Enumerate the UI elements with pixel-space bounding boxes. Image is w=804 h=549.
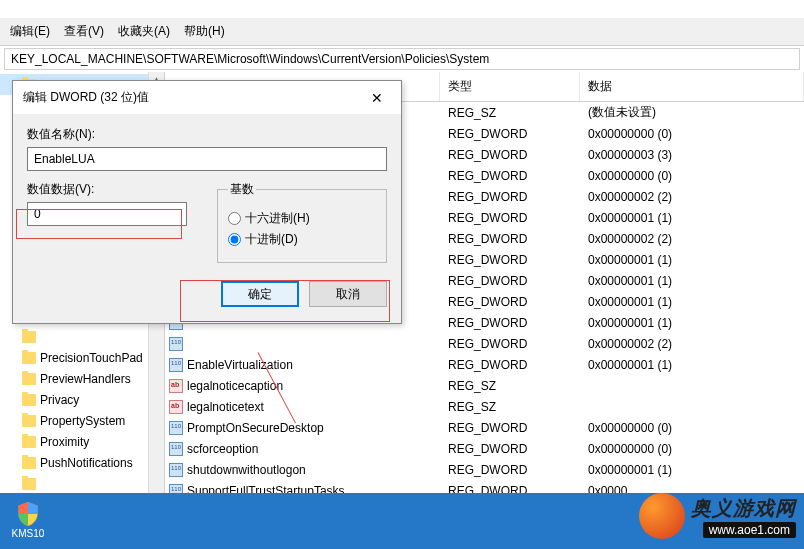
ok-button[interactable]: 确定: [221, 281, 299, 307]
value-name: PromptOnSecureDesktop: [187, 421, 324, 435]
value-name: legalnoticetext: [187, 400, 264, 414]
col-header-data[interactable]: 数据: [580, 72, 804, 101]
tree-item[interactable]: [0, 473, 164, 494]
value-data: 0x00000000 (0): [580, 127, 804, 141]
dword-value-icon: [169, 337, 183, 351]
watermark: 奥义游戏网 www.aoe1.com: [639, 493, 796, 539]
folder-icon: [22, 331, 36, 343]
title-bar: [0, 0, 804, 18]
value-data: 0x00000002 (2): [580, 190, 804, 204]
value-data: 0x00000001 (1): [580, 316, 804, 330]
value-data: 0x00000001 (1): [580, 274, 804, 288]
cancel-button[interactable]: 取消: [309, 281, 387, 307]
close-icon[interactable]: ✕: [363, 90, 391, 106]
value-type: REG_DWORD: [440, 358, 580, 372]
list-row[interactable]: legalnoticetextREG_SZ: [165, 396, 804, 417]
value-data: 0x00000002 (2): [580, 232, 804, 246]
dword-value-icon: [169, 358, 183, 372]
radix-group: 基数 十六进制(H) 十进制(D): [217, 181, 387, 263]
registry-path: KEY_LOCAL_MACHINE\SOFTWARE\Microsoft\Win…: [11, 52, 489, 66]
menu-bar: 编辑(E) 查看(V) 收藏夹(A) 帮助(H): [0, 18, 804, 46]
value-data: 0x00000001 (1): [580, 295, 804, 309]
value-data: 0x00000001 (1): [580, 463, 804, 477]
value-data-label: 数值数据(V):: [27, 181, 187, 198]
value-data: 0x00000000 (0): [580, 442, 804, 456]
watermark-title: 奥义游戏网: [691, 495, 796, 522]
dword-value-icon: [169, 421, 183, 435]
menu-help[interactable]: 帮助(H): [178, 21, 231, 42]
value-data-input[interactable]: [27, 202, 187, 226]
folder-icon: [22, 436, 36, 448]
folder-icon: [22, 415, 36, 427]
tree-item[interactable]: PropertySystem: [0, 410, 164, 431]
value-type: REG_DWORD: [440, 148, 580, 162]
value-type: REG_DWORD: [440, 337, 580, 351]
list-row[interactable]: EnableVirtualizationREG_DWORD0x00000001 …: [165, 354, 804, 375]
tree-item[interactable]: [0, 326, 164, 347]
tree-item[interactable]: PushNotifications: [0, 452, 164, 473]
value-type: REG_SZ: [440, 400, 580, 414]
value-name: legalnoticecaption: [187, 379, 283, 393]
value-type: REG_DWORD: [440, 127, 580, 141]
value-type: REG_DWORD: [440, 190, 580, 204]
tree-item-label: Proximity: [40, 435, 89, 449]
dialog-titlebar[interactable]: 编辑 DWORD (32 位)值 ✕: [13, 81, 401, 114]
value-name: scforceoption: [187, 442, 258, 456]
tree-item-label: PreviewHandlers: [40, 372, 131, 386]
list-row[interactable]: scforceoptionREG_DWORD0x00000000 (0): [165, 438, 804, 459]
menu-edit[interactable]: 编辑(E): [4, 21, 56, 42]
value-type: REG_DWORD: [440, 169, 580, 183]
folder-icon: [22, 457, 36, 469]
list-row[interactable]: legalnoticecaptionREG_SZ: [165, 375, 804, 396]
list-row[interactable]: REG_DWORD0x00000002 (2): [165, 333, 804, 354]
value-data: 0x00000000 (0): [580, 169, 804, 183]
radix-legend: 基数: [228, 181, 256, 198]
value-type: REG_DWORD: [440, 253, 580, 267]
taskbar-app[interactable]: KMS10: [6, 497, 50, 541]
list-row[interactable]: PromptOnSecureDesktopREG_DWORD0x00000000…: [165, 417, 804, 438]
folder-icon: [22, 352, 36, 364]
menu-view[interactable]: 查看(V): [58, 21, 110, 42]
value-type: REG_DWORD: [440, 463, 580, 477]
value-type: REG_DWORD: [440, 442, 580, 456]
tree-item[interactable]: PrecisionTouchPad: [0, 347, 164, 368]
taskbar-app-label: KMS10: [12, 528, 45, 539]
value-name: shutdownwithoutlogon: [187, 463, 306, 477]
value-type: REG_DWORD: [440, 421, 580, 435]
radix-dec-label: 十进制(D): [245, 231, 298, 248]
tree-item[interactable]: PreviewHandlers: [0, 368, 164, 389]
value-name: EnableVirtualization: [187, 358, 293, 372]
value-data: 0x00000001 (1): [580, 211, 804, 225]
dword-value-icon: [169, 442, 183, 456]
tree-item-label: Privacy: [40, 393, 79, 407]
tree-item[interactable]: Privacy: [0, 389, 164, 410]
folder-icon: [22, 373, 36, 385]
col-header-type[interactable]: 类型: [440, 72, 580, 101]
value-name-label: 数值名称(N):: [27, 126, 387, 143]
value-data: 0x00000003 (3): [580, 148, 804, 162]
tree-item-label: PrecisionTouchPad: [40, 351, 143, 365]
address-bar[interactable]: KEY_LOCAL_MACHINE\SOFTWARE\Microsoft\Win…: [4, 48, 800, 70]
shield-icon: [14, 500, 42, 528]
folder-icon: [22, 394, 36, 406]
value-type: REG_DWORD: [440, 316, 580, 330]
edit-dword-dialog: 编辑 DWORD (32 位)值 ✕ 数值名称(N): 数值数据(V): 基数 …: [12, 80, 402, 324]
value-data: (数值未设置): [580, 104, 804, 121]
value-type: REG_DWORD: [440, 295, 580, 309]
value-data: 0x00000001 (1): [580, 358, 804, 372]
dialog-title: 编辑 DWORD (32 位)值: [23, 89, 149, 106]
value-data: 0x00000001 (1): [580, 253, 804, 267]
list-row[interactable]: shutdownwithoutlogonREG_DWORD0x00000001 …: [165, 459, 804, 480]
value-name-input[interactable]: [27, 147, 387, 171]
radix-dec-radio[interactable]: [228, 233, 241, 246]
tree-item-label: PushNotifications: [40, 456, 133, 470]
string-value-icon: [169, 400, 183, 414]
value-type: REG_DWORD: [440, 274, 580, 288]
tree-item[interactable]: Proximity: [0, 431, 164, 452]
menu-favorites[interactable]: 收藏夹(A): [112, 21, 176, 42]
radix-hex-radio[interactable]: [228, 212, 241, 225]
value-type: REG_SZ: [440, 106, 580, 120]
watermark-url: www.aoe1.com: [703, 522, 796, 538]
value-data: 0x00000000 (0): [580, 421, 804, 435]
folder-icon: [22, 478, 36, 490]
